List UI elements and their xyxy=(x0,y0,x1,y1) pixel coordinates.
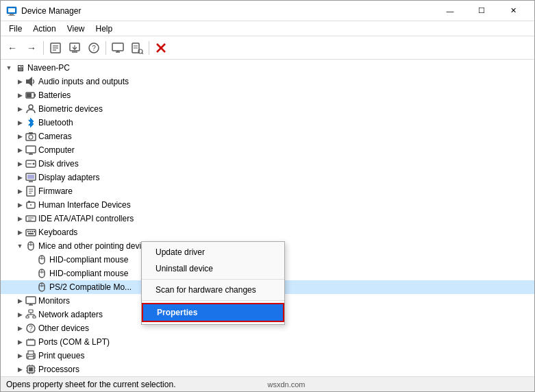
menu-help[interactable]: Help xyxy=(90,23,119,35)
tree-item-ide[interactable]: ▶ IDE ATA/ATAPI controllers xyxy=(1,212,534,225)
mice-expand[interactable]: ▼ xyxy=(14,241,25,252)
other-expand[interactable]: ▶ xyxy=(14,323,25,334)
svg-line-20 xyxy=(142,53,143,54)
firmware-icon xyxy=(25,186,36,197)
ports-icon xyxy=(25,336,36,347)
ide-expand[interactable]: ▶ xyxy=(14,213,25,224)
diskdrives-expand[interactable]: ▶ xyxy=(14,158,25,169)
uninstall-button[interactable] xyxy=(152,39,170,57)
ide-label: IDE ATA/ATAPI controllers xyxy=(38,214,134,223)
root-expand[interactable]: ▼ xyxy=(3,62,14,73)
menu-action[interactable]: Action xyxy=(27,23,61,35)
print-expand[interactable]: ▶ xyxy=(14,350,25,361)
batteries-label: Batteries xyxy=(38,90,71,100)
keyboards-expand[interactable]: ▶ xyxy=(14,227,25,238)
ports-label: Ports (COM & LPT) xyxy=(38,337,110,347)
tree-item-cameras[interactable]: ▶ Cameras xyxy=(1,130,534,143)
ports-expand[interactable]: ▶ xyxy=(14,336,25,347)
tree-item-biometric[interactable]: ▶ Biometric devices xyxy=(1,102,534,116)
hid-mouse1-icon xyxy=(36,254,47,265)
svg-rect-46 xyxy=(28,201,30,203)
biometric-icon xyxy=(25,103,36,114)
diskdrives-icon xyxy=(25,158,36,169)
computer-node-icon xyxy=(25,145,36,156)
tree-item-firmware[interactable]: ▶ Firmware xyxy=(1,184,534,198)
menu-file[interactable]: File xyxy=(3,23,27,35)
cameras-label: Cameras xyxy=(38,132,72,141)
status-bar: Opens property sheet for the current sel… xyxy=(1,376,534,391)
ctx-update-driver[interactable]: Update driver xyxy=(142,244,284,260)
svg-rect-27 xyxy=(34,94,36,97)
ps2-label: PS/2 Compatible Mo... xyxy=(49,282,132,292)
close-button[interactable]: ✕ xyxy=(497,1,529,21)
processors-expand[interactable]: ▶ xyxy=(14,364,25,375)
svg-rect-31 xyxy=(29,132,33,134)
firmware-expand[interactable]: ▶ xyxy=(14,186,25,197)
tree-item-display[interactable]: ▶ Display adapters xyxy=(1,171,534,184)
ctx-uninstall-device[interactable]: Uninstall device xyxy=(142,260,284,277)
processors-icon xyxy=(25,364,36,375)
tree-item-ports[interactable]: ▶ Ports (COM & LPT) xyxy=(1,335,534,349)
monitors-icon xyxy=(25,295,36,306)
ctx-scan-hardware[interactable]: Scan for hardware changes xyxy=(142,282,284,298)
display-expand[interactable]: ▶ xyxy=(14,172,25,183)
toolbar-separator-1 xyxy=(43,41,44,55)
tree-item-audio[interactable]: ▶ Audio inputs and outputs xyxy=(1,75,534,88)
computer-expand[interactable]: ▶ xyxy=(14,145,25,156)
window-controls: — ☐ ✕ xyxy=(434,1,529,21)
forward-button[interactable]: → xyxy=(23,39,40,57)
batteries-icon xyxy=(25,90,36,101)
hid-mouse2-icon xyxy=(36,268,47,279)
svg-rect-13 xyxy=(112,43,123,51)
update-driver-button[interactable] xyxy=(66,39,84,57)
mice-label: Mice and other pointing devices xyxy=(38,241,154,251)
hid-expand[interactable]: ▶ xyxy=(14,199,25,210)
tree-item-keyboards[interactable]: ▶ Keyboards xyxy=(1,225,534,239)
biometric-expand[interactable]: ▶ xyxy=(14,103,25,114)
display-icon xyxy=(25,172,36,183)
device-tree[interactable]: ▼ 🖥 Naveen-PC ▶ Audio inputs and outputs… xyxy=(1,60,534,376)
batteries-expand[interactable]: ▶ xyxy=(14,90,25,101)
svg-rect-48 xyxy=(26,216,36,221)
properties-button[interactable] xyxy=(47,39,64,57)
scan-button[interactable] xyxy=(128,39,146,57)
tree-item-computer[interactable]: ▶ Computer xyxy=(1,143,534,157)
monitors-expand[interactable]: ▶ xyxy=(14,295,25,306)
audio-expand[interactable]: ▶ xyxy=(14,76,25,87)
tree-item-bluetooth[interactable]: ▶ Bluetooth xyxy=(1,116,534,130)
window-title: Device Manager xyxy=(21,6,434,16)
hid-mouse2-label: HID-compliant mouse xyxy=(49,269,128,278)
tree-item-batteries[interactable]: ▶ Batteries xyxy=(1,88,534,102)
context-menu: Update driver Uninstall device Scan for … xyxy=(141,241,285,325)
svg-rect-39 xyxy=(27,175,34,179)
network-expand[interactable]: ▶ xyxy=(14,309,25,320)
bluetooth-expand[interactable]: ▶ xyxy=(14,117,25,128)
help-button[interactable]: ? xyxy=(85,39,103,57)
svg-text:?: ? xyxy=(29,325,33,332)
bluetooth-label: Bluetooth xyxy=(38,118,73,127)
svg-point-36 xyxy=(33,163,35,165)
cameras-icon xyxy=(25,131,36,142)
maximize-button[interactable]: ☐ xyxy=(466,1,497,21)
svg-rect-73 xyxy=(26,316,29,318)
tree-item-hid[interactable]: ▶ Human Interface Devices xyxy=(1,198,534,212)
cameras-expand[interactable]: ▶ xyxy=(14,131,25,142)
svg-rect-54 xyxy=(32,231,33,232)
menu-view[interactable]: View xyxy=(62,23,90,35)
toolbar-separator-2 xyxy=(105,41,106,55)
svg-marker-24 xyxy=(29,77,32,86)
tree-root[interactable]: ▼ 🖥 Naveen-PC xyxy=(1,61,534,75)
svg-rect-1 xyxy=(8,8,15,12)
svg-rect-26 xyxy=(27,93,32,97)
tree-item-print[interactable]: ▶ Print queues xyxy=(1,349,534,363)
minimize-button[interactable]: — xyxy=(434,1,466,21)
svg-rect-55 xyxy=(34,231,35,232)
tree-item-processors[interactable]: ▶ Processors xyxy=(1,363,534,376)
tree-item-diskdrives[interactable]: ▶ Disk drives xyxy=(1,157,534,171)
back-button[interactable]: ← xyxy=(3,39,21,57)
display-label: Display adapters xyxy=(38,173,99,182)
ps2-icon xyxy=(36,282,47,293)
svg-rect-72 xyxy=(29,310,33,313)
display-button[interactable] xyxy=(109,39,127,57)
ctx-properties[interactable]: Properties xyxy=(142,303,284,322)
